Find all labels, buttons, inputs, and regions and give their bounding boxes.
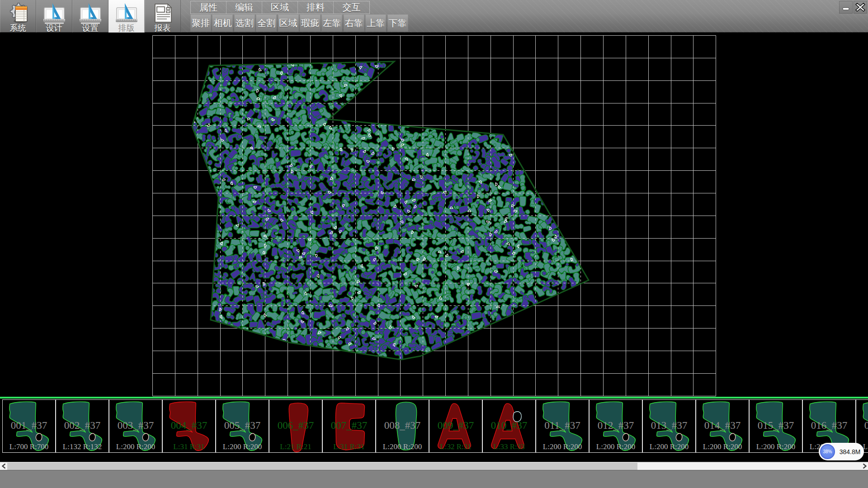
tool-button-4[interactable]: 全割 xyxy=(256,14,277,32)
piece-cell-3[interactable]: 003_#37L:200 R:200 xyxy=(109,399,162,453)
settings-icon xyxy=(79,2,102,24)
nav-tab-3[interactable]: 设置 xyxy=(72,0,108,33)
menu-tab-row: 属性编辑区域排料交互 xyxy=(190,1,370,14)
piece-name: 016_#37 xyxy=(803,420,855,432)
piece-lr-count: L:132 R:132 xyxy=(56,442,108,451)
piece-cell-2[interactable]: 002_#37L:132 R:132 xyxy=(56,399,109,453)
nav-tab-1[interactable]: 系统 xyxy=(0,0,36,33)
piece-cell-8[interactable]: 008_#37L:200 R:200 xyxy=(376,399,429,453)
piece-name: 005_#37 xyxy=(216,420,269,432)
nav-tab-label: 排版 xyxy=(118,24,135,33)
piece-lr-count: L:200 R:200 xyxy=(376,442,429,451)
minimize-button[interactable] xyxy=(839,1,853,14)
piece-name: 013_#37 xyxy=(643,420,695,432)
piece-cell-1[interactable]: 001_#37L:700 R:700 xyxy=(2,399,56,453)
nav-button-group: 系统 设计 设置 排版 报表 xyxy=(0,0,181,33)
piece-lr-count: L:200 R:200 xyxy=(643,442,695,451)
piece-name: 001_#37 xyxy=(3,420,55,432)
progress-percent: 38% xyxy=(823,449,832,454)
piece-lr-count: L:200 R:200 xyxy=(216,442,269,451)
piece-cell-6[interactable]: 006_#37L:21 R:21 xyxy=(269,399,322,453)
nav-tab-label: 设计 xyxy=(46,24,62,33)
piece-cell-13[interactable]: 013_#37L:200 R:200 xyxy=(642,399,696,453)
scrollbar-thumb[interactable] xyxy=(7,463,637,470)
piece-name: 009_#37 xyxy=(429,420,482,432)
nav-tab-label: 设置 xyxy=(82,24,99,33)
scroll-left-button[interactable] xyxy=(0,462,7,470)
piece-cell-12[interactable]: 012_#37L:200 R:200 xyxy=(589,399,642,453)
piece-lr-count: L:200 R:200 xyxy=(109,442,162,451)
tool-button-10[interactable]: 下靠 xyxy=(387,14,408,32)
tool-button-6[interactable]: 瑕疵 xyxy=(300,14,321,32)
piece-cell-11[interactable]: 011_#37L:200 R:200 xyxy=(536,399,589,453)
pieces-panel: 001_#37L:700 R:700002_#37L:132 R:132003_… xyxy=(0,399,868,462)
chevron-left-icon xyxy=(2,464,6,469)
status-bar xyxy=(0,470,868,488)
piece-lr-count: L:33 R:33 xyxy=(483,442,535,451)
menu-tab-1[interactable]: 属性 xyxy=(191,1,226,14)
piece-cell-7[interactable]: 007_#37L:31 R:31 xyxy=(322,399,376,453)
progress-badge: 38% 384.8M xyxy=(819,443,864,460)
piece-name: 006_#37 xyxy=(269,420,322,432)
piece-lr-count: L:31 R:31 xyxy=(323,442,375,451)
gear-notepad-glyph xyxy=(7,2,29,24)
set-square-glyph xyxy=(115,2,138,24)
nav-tab-4[interactable]: 排版 xyxy=(108,0,145,33)
tool-button-5[interactable]: 区域 xyxy=(278,14,299,32)
application-window: 系统 设计 设置 排版 报表 属性编辑区域排料 xyxy=(0,0,868,488)
piece-name: 003_#37 xyxy=(109,420,162,432)
piece-name: 007_#37 xyxy=(323,420,375,432)
nesting-canvas[interactable] xyxy=(0,33,868,397)
report-icon xyxy=(151,2,174,24)
nesting-icon xyxy=(115,2,138,24)
piece-lr-count: L:200 R:200 xyxy=(750,442,802,451)
piece-name: 017_#37 xyxy=(856,420,868,432)
piece-cell-9[interactable]: 009_#37L:32 R:31 xyxy=(429,399,482,453)
piece-lr-count: L:31 R:31 xyxy=(163,442,215,451)
piece-cell-4[interactable]: 004_#37L:31 R:31 xyxy=(162,399,216,453)
piece-lr-count: L:700 R:700 xyxy=(3,442,55,451)
piece-name: 012_#37 xyxy=(590,420,642,432)
nav-tab-label: 报表 xyxy=(155,24,171,33)
tool-button-1[interactable]: 聚排 xyxy=(190,14,211,32)
tool-button-2[interactable]: 相机 xyxy=(212,14,233,32)
piece-cell-5[interactable]: 005_#37L:200 R:200 xyxy=(216,399,269,453)
tool-button-8[interactable]: 右靠 xyxy=(344,14,364,32)
nav-tab-5[interactable]: 报表 xyxy=(145,0,181,33)
piece-lr-count: L:32 R:31 xyxy=(429,442,482,451)
tool-button-7[interactable]: 左靠 xyxy=(321,14,342,32)
menu-tab-3[interactable]: 区域 xyxy=(262,1,298,14)
progress-percent-badge: 38% xyxy=(820,444,835,459)
scroll-right-button[interactable] xyxy=(861,462,868,470)
menu-tab-5[interactable]: 交互 xyxy=(334,1,369,14)
memory-usage: 384.8M xyxy=(838,448,862,455)
window-controls xyxy=(839,1,867,14)
minimize-icon xyxy=(842,3,850,11)
piece-lr-count: L:21 R:21 xyxy=(269,442,322,451)
piece-name: 010_#37 xyxy=(483,420,535,432)
piece-cell-15[interactable]: 015_#37L:200 R:200 xyxy=(749,399,802,453)
close-icon xyxy=(855,2,865,12)
set-square-glyph xyxy=(79,2,102,24)
tool-button-3[interactable]: 选割 xyxy=(234,14,255,32)
piece-lr-count: L:200 R:200 xyxy=(590,442,642,451)
close-button[interactable] xyxy=(854,1,867,14)
piece-name: 008_#37 xyxy=(376,420,429,432)
piece-name: 011_#37 xyxy=(536,420,589,432)
system-icon xyxy=(7,2,29,24)
set-square-glyph xyxy=(43,2,66,24)
piece-cell-14[interactable]: 014_#37L:200 R:200 xyxy=(696,399,749,453)
menu-tab-2[interactable]: 编辑 xyxy=(226,1,262,14)
tool-button-9[interactable]: 上靠 xyxy=(365,14,386,32)
horizontal-scrollbar[interactable] xyxy=(0,462,868,470)
nav-tab-2[interactable]: 设计 xyxy=(36,0,72,33)
piece-name: 014_#37 xyxy=(696,420,749,432)
menu-tab-4[interactable]: 排料 xyxy=(298,1,334,14)
nesting-canvas-svg xyxy=(0,33,868,397)
top-toolbar: 系统 设计 设置 排版 报表 属性编辑区域排料 xyxy=(0,0,868,33)
piece-cell-10[interactable]: 010_#37L:33 R:33 xyxy=(482,399,536,453)
piece-lr-count: L:200 R:200 xyxy=(536,442,589,451)
report-document-glyph xyxy=(151,2,174,24)
piece-name: 015_#37 xyxy=(750,420,802,432)
piece-lr-count: L:200 R:200 xyxy=(696,442,749,451)
